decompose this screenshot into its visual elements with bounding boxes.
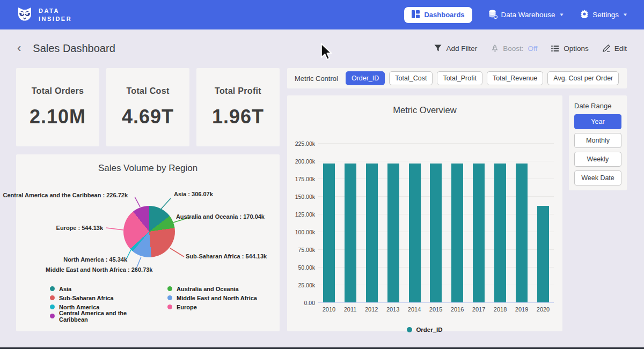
date-range-title: Date Range — [574, 102, 621, 110]
pie-area: Asia : 306.07k Australia and Oceania : 1… — [16, 154, 280, 331]
x-tick-label-2011: 2011 — [344, 306, 357, 313]
legend-dot — [50, 314, 55, 318]
legend-dot — [167, 295, 172, 300]
pie-callout-middle-east-north-africa: Middle East and North Africa : 260.73k — [46, 266, 152, 273]
metric-control-label: Metric Control — [295, 75, 338, 83]
y-tick-label: 75.00k — [288, 247, 315, 253]
bars-container — [318, 143, 554, 302]
metric-chips: Order_IDTotal_CostTotal_ProfitTotal_Reve… — [346, 71, 619, 85]
pie-legend-item-central-america-and-the-caribbean: Central America and the Caribbean — [50, 311, 156, 321]
bar-2012[interactable] — [366, 164, 378, 302]
pie-callout-europe: Europe : 544.13k — [56, 225, 103, 231]
legend-dot — [50, 295, 55, 300]
date-range-weekly[interactable]: Weekly — [574, 152, 621, 167]
nav-dashboards-button[interactable]: Dashboards — [404, 7, 472, 23]
kpi-label: Total Cost — [126, 86, 169, 96]
kpi-value: 4.69T — [122, 106, 174, 128]
gridline — [318, 302, 554, 303]
pie-legend-label: Australia and Oceania — [177, 286, 239, 292]
legend-dot — [50, 286, 55, 291]
bar-2011[interactable] — [345, 164, 356, 302]
metric-control-bar: Metric Control Order_IDTotal_CostTotal_P… — [287, 68, 627, 88]
bar-x-axis-labels: 2010201120122013201420152016201720182019… — [318, 306, 554, 313]
page-header: ‹ Sales Dashboard Add Filter Boost: Off — [0, 35, 644, 61]
legend-dot — [167, 286, 172, 291]
owl-logo-icon — [16, 5, 33, 25]
pie-legend-item-europe: Europe — [167, 302, 257, 311]
x-tick-label-2015: 2015 — [429, 306, 442, 313]
pie-callout-north-america: North America : 45.34k — [63, 256, 127, 263]
pencil-icon — [603, 44, 610, 52]
y-tick-label: 175.00k — [288, 176, 315, 182]
edit-label: Edit — [614, 44, 627, 53]
filter-funnel-icon — [434, 44, 442, 52]
pie-callout-australia-oceania: Australia and Oceania : 170.04k — [176, 213, 265, 220]
metric-chip-total-cost[interactable]: Total_Cost — [389, 71, 433, 85]
pie-callout-central-america-caribbean: Central America and the Caribbean : 226.… — [3, 192, 128, 198]
metric-chip-avg-cost-per-order[interactable]: Avg. Cost per Order — [547, 71, 619, 85]
add-filter-label: Add Filter — [446, 44, 477, 53]
bar-2013[interactable] — [387, 164, 399, 302]
back-button[interactable]: ‹ — [17, 42, 21, 54]
bar-2019[interactable] — [516, 164, 528, 302]
x-tick-label-2013: 2013 — [386, 306, 399, 313]
bar-2014[interactable] — [409, 164, 421, 302]
nav-warehouse-label: Data Warehouse — [501, 11, 555, 19]
bar-2017[interactable] — [473, 164, 485, 302]
metric-chip-total-revenue[interactable]: Total_Revenue — [487, 71, 543, 85]
kpi-card-total-profit: Total Profit1.96T — [196, 68, 280, 146]
pie-legend-label: Sub-Saharan Africa — [59, 295, 114, 301]
legend-dot — [50, 305, 55, 309]
kpi-value: 2.10M — [30, 106, 86, 128]
nav-settings-label: Settings — [592, 11, 619, 19]
date-range-options: YearMonthlyWeeklyWeek Date — [574, 114, 621, 185]
legend-dot — [407, 327, 412, 332]
add-filter-button[interactable]: Add Filter — [434, 44, 477, 53]
metric-chip-total-profit[interactable]: Total_Profit — [437, 71, 482, 85]
options-button[interactable]: Options — [551, 44, 589, 53]
bar-2020[interactable] — [537, 206, 549, 302]
metric-overview-chart: Metric Overview 225.00k200.00k175.00k150… — [287, 95, 562, 331]
bar-2016[interactable] — [451, 164, 463, 302]
kpi-card-total-orders: Total Orders2.10M — [16, 68, 99, 146]
pie-chart[interactable] — [123, 206, 175, 257]
brand-line1: DATA — [39, 7, 72, 15]
edit-button[interactable]: Edit — [603, 44, 627, 53]
boost-toggle[interactable]: Boost: Off — [491, 44, 537, 53]
pie-legend-item-asia: Asia — [50, 284, 156, 293]
nav-data-warehouse[interactable]: Data Warehouse ▼ — [488, 10, 565, 20]
kpi-card-total-cost: Total Cost4.69T — [106, 68, 189, 146]
gear-icon — [580, 10, 589, 20]
metric-chip-order-id[interactable]: Order_ID — [346, 71, 385, 85]
date-range-panel: Date Range YearMonthlyWeeklyWeek Date — [569, 95, 627, 190]
x-tick-label-2019: 2019 — [515, 306, 528, 313]
bar-chart-legend[interactable]: Order_ID — [287, 326, 562, 333]
pie-legend-item-sub-saharan-africa: Sub-Saharan Africa — [50, 293, 156, 302]
pie-legend-item-australia-and-oceania: Australia and Oceania — [167, 284, 257, 293]
boost-state: Off — [528, 44, 537, 53]
bar-2010[interactable] — [323, 164, 335, 302]
x-tick-label-2016: 2016 — [451, 306, 464, 313]
date-range-week-date[interactable]: Week Date — [574, 170, 621, 185]
bar-2018[interactable] — [494, 164, 506, 302]
pie-callout-sub-saharan-africa: Sub-Saharan Africa : 544.13k — [186, 253, 267, 259]
nav-settings[interactable]: Settings ▼ — [580, 10, 628, 20]
brand[interactable]: DATA INSIDER — [16, 5, 72, 25]
y-tick-label: 50.00k — [288, 264, 315, 271]
bar-2015[interactable] — [430, 164, 442, 302]
pie-legend: AsiaSub-Saharan AfricaNorth AmericaCentr… — [50, 284, 257, 321]
x-tick-label-2018: 2018 — [494, 306, 507, 313]
dashboard-grid-icon — [412, 10, 420, 20]
date-range-year[interactable]: Year — [574, 114, 621, 129]
chevron-down-icon: ▼ — [623, 12, 628, 17]
sales-volume-pie-panel: Sales Volume by Region Asia : 306.07k Au… — [16, 154, 280, 331]
date-range-monthly[interactable]: Monthly — [574, 133, 621, 148]
y-tick-label: 125.00k — [288, 211, 315, 218]
page-title: Sales Dashboard — [33, 42, 115, 55]
y-tick-label: 150.00k — [288, 194, 315, 200]
boost-label: Boost: — [503, 44, 523, 53]
pie-legend-label: Europe — [177, 304, 197, 310]
nav-dashboards-label: Dashboards — [424, 11, 464, 19]
kpi-row: Total Orders2.10MTotal Cost4.69TTotal Pr… — [16, 68, 280, 146]
x-tick-label-2017: 2017 — [472, 306, 485, 313]
